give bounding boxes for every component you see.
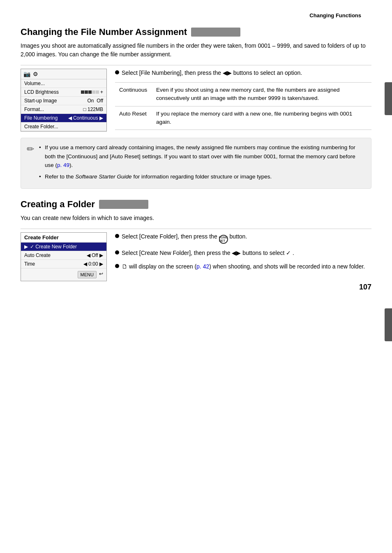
note-content: If you use a memory card already contain… bbox=[39, 143, 365, 183]
section1-instruction: Select [File Numbering], then press the … bbox=[115, 69, 371, 77]
checkmark: ✓ bbox=[286, 250, 291, 256]
row-value-filenumbering: ◀ Continuous ▶ bbox=[68, 115, 103, 121]
side-tab-top bbox=[385, 82, 392, 115]
cf-label-createnewfolder: ✓ Create New Folder bbox=[30, 244, 103, 250]
link-p42[interactable]: p. 42 bbox=[196, 263, 209, 270]
menu-row-volume: Volume... bbox=[21, 79, 106, 88]
section2-title-bar bbox=[99, 200, 148, 209]
divider1 bbox=[21, 65, 371, 65]
option-name-autoreset: Auto Reset bbox=[115, 106, 152, 130]
menu-row-format: Format... □ 122MB bbox=[21, 105, 106, 114]
option-row-continuous: Continuous Even if you shoot using a new… bbox=[115, 83, 371, 106]
bullet-dot-2 bbox=[115, 234, 119, 238]
section1-content: 📷 ⚙ Volume... LCD Brightness bbox=[21, 69, 371, 132]
camera-screen: 📷 ⚙ Volume... LCD Brightness bbox=[21, 69, 107, 132]
camera-screen-header: 📷 ⚙ bbox=[21, 69, 106, 79]
instruction-text: Select [File Numbering], then press the … bbox=[122, 69, 302, 77]
cf-value-time: ◀ 0:00 ▶ bbox=[83, 261, 103, 267]
return-icon: ↩ bbox=[99, 271, 103, 278]
row-value-startup: On Off bbox=[88, 98, 103, 104]
row-label-filenumbering: File Numbering bbox=[24, 115, 58, 121]
section2-title: Creating a Folder bbox=[21, 199, 95, 210]
options-table: Continuous Even if you shoot using a new… bbox=[115, 82, 371, 130]
section1-desc: Select [File Numbering], then press the … bbox=[115, 69, 371, 132]
row-label-createfolder: Create Folder... bbox=[24, 124, 58, 130]
option-name-continuous: Continuous bbox=[115, 83, 152, 106]
brightness-bar bbox=[81, 90, 99, 94]
func-set-icon: FUNCSET bbox=[219, 235, 228, 244]
row-label-format: Format... bbox=[24, 106, 44, 112]
bullet-dot-4 bbox=[115, 264, 119, 268]
instruction2-text3: 🗋 will display on the screen (p. 42) whe… bbox=[122, 262, 365, 271]
software-guide-italic: Software Starter Guide bbox=[75, 174, 131, 180]
divider2 bbox=[21, 229, 371, 229]
cf-label-autocreate: Auto Create bbox=[24, 252, 85, 258]
cf-value-autocreate: ◀ Off ▶ bbox=[87, 252, 103, 258]
note-box: ✏ If you use a memory card already conta… bbox=[21, 138, 371, 189]
camera-icon: 📷 bbox=[23, 71, 30, 77]
instruction2-text2: Select [Create New Folder], then press t… bbox=[122, 249, 294, 257]
row-value-format: □ 122MB bbox=[83, 106, 103, 112]
row-value-lcd: + bbox=[81, 89, 103, 95]
page-header: Changing Functions bbox=[21, 12, 371, 19]
menu-row-startup: Start-up Image On Off bbox=[21, 97, 106, 105]
cf-label-time: Time bbox=[24, 261, 81, 267]
note-item-2: Refer to the Software Starter Guide for … bbox=[39, 172, 365, 181]
cf-row-autocreate: Auto Create ◀ Off ▶ bbox=[21, 251, 106, 260]
row-label-startup: Start-up Image bbox=[24, 98, 57, 104]
cf-menu-bar: MENU ↩ bbox=[21, 268, 106, 281]
note-icon: ✏ bbox=[27, 144, 34, 155]
settings-icon: ⚙ bbox=[33, 71, 38, 77]
side-tab-bottom bbox=[385, 308, 392, 341]
header-text: Changing Functions bbox=[309, 12, 361, 19]
section2-instruction-2: Select [Create New Folder], then press t… bbox=[115, 249, 371, 257]
menu-row-filenumbering: File Numbering ◀ Continuous ▶ bbox=[21, 114, 106, 123]
option-row-autoreset: Auto Reset If you replace the memory car… bbox=[115, 106, 371, 130]
section2-instruction-1: Select [Create Folder], then press the F… bbox=[115, 232, 371, 244]
row-label-lcd: LCD Brightness bbox=[24, 89, 59, 95]
bullet-dot-3 bbox=[115, 250, 119, 255]
section2-intro: You can create new folders in which to s… bbox=[21, 214, 371, 222]
note-item-1: If you use a memory card already contain… bbox=[39, 143, 365, 170]
page-number: 107 bbox=[359, 283, 371, 292]
cf-new-folder-icon: ▶ bbox=[24, 244, 28, 250]
menu-row-createfolder: Create Folder... bbox=[21, 123, 106, 131]
menu-row-lcd: LCD Brightness + bbox=[21, 88, 106, 97]
link-p49[interactable]: p. 49 bbox=[57, 162, 69, 168]
section1-title: Changing the File Number Assignment bbox=[21, 27, 187, 37]
section2-title-container: Creating a Folder bbox=[21, 199, 371, 210]
cf-row-time: Time ◀ 0:00 ▶ bbox=[21, 260, 106, 268]
option-desc-continuous: Even if you shoot using a new memory car… bbox=[152, 83, 371, 106]
create-folder-screen: Create Folder ▶ ✓ Create New Folder Auto… bbox=[21, 232, 107, 281]
option-desc-autoreset: If you replace the memory card with a ne… bbox=[152, 106, 371, 130]
instruction2-text1: Select [Create Folder], then press the F… bbox=[122, 232, 247, 244]
section2-content: Create Folder ▶ ✓ Create New Folder Auto… bbox=[21, 232, 371, 281]
cf-row-createnewfolder: ▶ ✓ Create New Folder bbox=[21, 243, 106, 251]
section1-title-container: Changing the File Number Assignment bbox=[21, 27, 371, 37]
menu-button[interactable]: MENU bbox=[78, 271, 97, 278]
row-label-volume: Volume... bbox=[24, 81, 45, 86]
section1-intro: Images you shoot are automatically assig… bbox=[21, 42, 371, 59]
section2-desc: Select [Create Folder], then press the F… bbox=[115, 232, 371, 281]
cf-title-bar: Create Folder bbox=[21, 233, 106, 243]
section1-title-bar bbox=[191, 28, 240, 37]
bullet-dot-1 bbox=[115, 70, 119, 74]
section2-instruction-3: 🗋 will display on the screen (p. 42) whe… bbox=[115, 262, 371, 271]
